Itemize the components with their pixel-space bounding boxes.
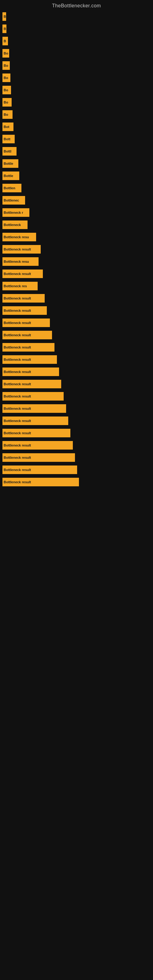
bar-row: B [0,10,153,23]
result-bar: Bo [2,73,10,82]
result-bar: Bo [2,110,13,119]
bar-label: Bottleneck res [4,284,27,288]
bar-row: Bottleneck result [0,452,153,464]
bar-label: Bottleneck result [4,444,31,447]
bar-row: Bottleneck result [0,402,153,415]
result-bar: Bottleneck result [2,453,75,462]
result-bar: Bottleneck result [2,306,47,315]
result-bar: Bottleneck result [2,404,66,413]
result-bar: Bottlenec [2,196,25,205]
result-bar: Bottleneck result [2,355,57,364]
bar-label: Bo [4,100,8,104]
bar-row: Bottleneck result [0,427,153,439]
result-bar: Bo [2,98,12,107]
result-bar: Bottleneck [2,221,27,229]
bar-label: B [4,39,6,43]
result-bar: B [2,12,6,21]
bar-row: B [0,23,153,35]
bar-label: Bottleneck result [4,419,31,423]
bar-row: Bottleneck result [0,415,153,427]
result-bar: Bo [2,49,9,57]
bar-label: Bottleneck result [4,358,31,361]
result-bar: Bottleneck res [2,282,38,290]
result-bar: Bottl [2,147,16,156]
bar-label: Bottle [4,174,13,178]
bar-row: Bo [0,59,153,72]
bar-row: Bott [0,133,153,145]
result-bar: Bo [2,61,10,70]
result-bar: Bottle [2,159,18,168]
bar-label: Bottleneck result [4,468,31,472]
bar-label: Bott [4,137,10,141]
bar-row: Bottlen [0,182,153,194]
result-bar: Bottleneck result [2,245,41,254]
bar-label: Bo [4,113,8,116]
bar-row: Bottleneck result [0,341,153,353]
result-bar: Bottleneck result [2,331,52,339]
result-bar: Bot [2,123,13,131]
bar-row: Bottleneck result [0,464,153,476]
bar-row: Bottle [0,158,153,170]
bar-row: Bottleneck result [0,292,153,304]
bar-label: Bottleneck resu [4,260,29,263]
result-bar: Bo [2,86,11,94]
bar-row: Bo [0,47,153,59]
result-bar: Bottleneck result [2,417,68,425]
bar-row: Bo [0,84,153,96]
result-bar: Bottleneck result [2,478,79,486]
bar-row: Bottleneck result [0,366,153,378]
bar-row: Bottleneck result [0,476,153,488]
bar-row: Bottleneck resu [0,231,153,243]
result-bar: Bottleneck result [2,368,59,376]
result-bar: Bott [2,135,15,143]
result-bar: Bottleneck r [2,208,29,217]
bar-row: Bottleneck resu [0,255,153,268]
bar-row: B [0,35,153,47]
bar-row: Bottleneck result [0,268,153,280]
bar-row: Bottle [0,170,153,182]
bar-row: Bo [0,72,153,84]
result-bar: Bottleneck result [2,441,73,450]
bar-label: Bottleneck result [4,309,31,312]
result-bar: Bottleneck result [2,466,77,474]
result-bar: B [2,37,8,45]
bar-label: Bottleneck result [4,272,31,275]
site-title: TheBottlenecker.com [0,0,153,10]
result-bar: Bottleneck resu [2,233,36,241]
bar-row: Bottleneck res [0,280,153,292]
bar-label: Bottleneck result [4,247,31,251]
bar-label: Bo [4,76,8,80]
bar-label: Bottl [4,150,11,153]
bar-label: Bottleneck result [4,333,31,337]
result-bar: Bottleneck result [2,318,50,327]
bar-row: Bottl [0,145,153,158]
bar-label: Bot [4,125,9,129]
bar-label: Bottleneck result [4,345,31,349]
bar-label: Bottleneck result [4,395,31,398]
bar-row: Bottlenec [0,194,153,207]
result-bar: Bottle [2,172,19,180]
bar-label: Bottle [4,162,13,165]
result-bar: Bottleneck result [2,429,70,438]
result-bar: Bottleneck result [2,343,54,352]
bar-row: Bottleneck r [0,207,153,219]
bar-label: Bottlen [4,186,15,190]
bar-row: Bottleneck [0,219,153,231]
bar-row: Bottleneck result [0,317,153,329]
bar-row: Bot [0,121,153,133]
bar-row: Bottleneck result [0,304,153,317]
bar-row: Bottleneck result [0,378,153,390]
bar-row: Bottleneck result [0,390,153,402]
result-bar: Bottlen [2,184,21,192]
bar-label: B [4,27,6,30]
result-bar: Bottleneck result [2,294,45,302]
bar-label: Bottleneck result [4,456,31,460]
bar-label: Bottleneck [4,223,21,227]
bar-row: Bottleneck result [0,243,153,255]
result-bar: B [2,24,6,33]
result-bar: Bottleneck result [2,392,64,401]
bar-label: Bottleneck result [4,431,31,435]
result-bar: Bottleneck result [2,269,43,278]
bar-label: Bottlenec [4,199,19,202]
result-bar: Bottleneck resu [2,257,38,266]
